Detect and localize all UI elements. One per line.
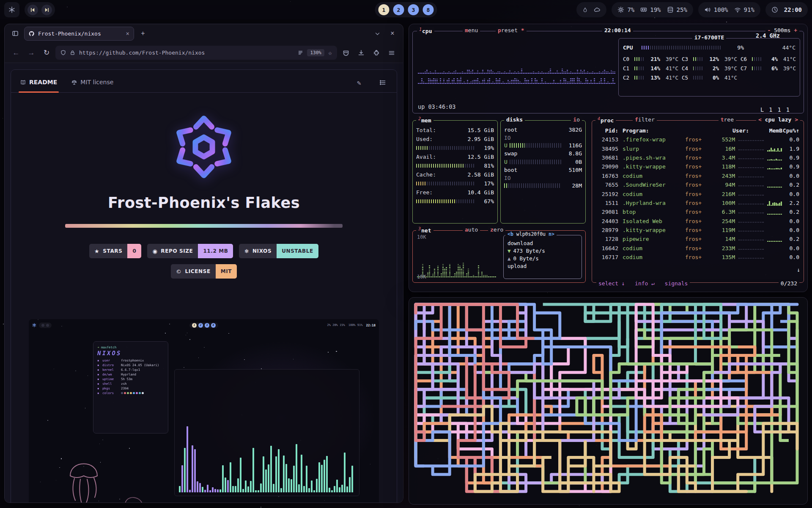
- disk-used-value: 116G: [563, 141, 582, 150]
- process-row[interactable]: 16642codiumfros+233M0.0: [596, 244, 799, 253]
- nixos-menu-button[interactable]: [4, 2, 19, 17]
- system-stats-widget[interactable]: 7% 19% 25%: [612, 2, 693, 17]
- badge-license[interactable]: ©LICENSEMIT: [171, 264, 237, 279]
- disk-name: swap: [504, 149, 517, 158]
- menu-button[interactable]: menu: [463, 27, 480, 33]
- mem-stat-value: 12.5 GiB: [467, 152, 494, 161]
- clock-widget[interactable]: 22:00: [765, 2, 808, 17]
- audio-visualizer: [174, 369, 359, 496]
- tab-close-button[interactable]: ×: [126, 30, 129, 37]
- tab-license[interactable]: MIT license: [70, 79, 115, 92]
- fetch-row-value: NixOS 24.05 (Uakari): [121, 363, 159, 367]
- core-name: C7: [741, 65, 750, 72]
- volume-value: 100%: [714, 6, 728, 13]
- tab-list-chevron-button[interactable]: [371, 27, 384, 40]
- new-tab-button[interactable]: +: [137, 27, 149, 40]
- preset-button[interactable]: preset *: [496, 27, 527, 33]
- workspace-2[interactable]: 2: [393, 4, 404, 15]
- core-row-c0: C021%39°C: [623, 54, 678, 64]
- process-row[interactable]: 7655.SoundWireSerfros+94M0.2: [596, 180, 799, 189]
- mini-clock: 22:18: [366, 323, 376, 327]
- process-row[interactable]: 1728pipewirefros+14M0.2: [596, 235, 799, 243]
- btop-window: 1cpu menu preset * 22:00:14 - 500ms + 2.…: [409, 24, 808, 292]
- process-cpu-graph: [767, 200, 782, 206]
- proc-sort-selector[interactable]: < cpu lazy >: [756, 116, 800, 123]
- edit-readme-button[interactable]: ✎: [353, 76, 365, 89]
- net-interface[interactable]: <b wlp0s20f0u n>: [505, 231, 557, 237]
- mem-box-label[interactable]: 2mem: [416, 116, 433, 124]
- window-close-button[interactable]: ×: [386, 27, 399, 40]
- badge-stars[interactable]: ★STARS0: [89, 244, 141, 258]
- browser-tab[interactable]: Frost-Phoenix/nixos ×: [24, 27, 134, 41]
- outline-button[interactable]: [376, 76, 389, 89]
- workspace-3[interactable]: 3: [408, 4, 419, 15]
- mini-workspace-1: 1: [192, 323, 197, 328]
- net-zero-toggle[interactable]: zero: [488, 226, 505, 233]
- process-name: .pipes.sh-wra: [618, 155, 685, 161]
- process-row[interactable]: 24153.firefox-wrapfros+552M0.0: [596, 135, 799, 144]
- menu-button[interactable]: [385, 47, 398, 59]
- cpu-box-label[interactable]: 1cpu: [417, 27, 434, 34]
- cpu-total-row: CPU 9% 44°C: [623, 44, 796, 51]
- readme-screenshot: 1238 2% 20% 15% 100% 91% 22:18 ➜ maxfetc…: [29, 319, 379, 502]
- process-row[interactable]: 16717codiumfros+135M0.0: [596, 253, 799, 262]
- extension-shield-button[interactable]: [340, 47, 352, 59]
- proc-rows[interactable]: 24153.firefox-wrapfros+552M0.038495slurp…: [596, 135, 799, 262]
- badge-nixos[interactable]: ❄NIXOSUNSTABLE: [239, 244, 318, 258]
- extensions-button[interactable]: [370, 47, 383, 59]
- process-row[interactable]: 24403Isolated Webfros+254M0.0: [596, 217, 799, 226]
- disk-name-row: swap8.8G: [504, 149, 582, 158]
- url-text: https://github.com/Frost-Phoenix/nixos: [79, 50, 294, 56]
- weather-widget[interactable]: [576, 2, 606, 17]
- process-row[interactable]: 29081btopfros+6.3M0.2: [596, 207, 799, 216]
- btop-clock: 22:00:14: [602, 27, 633, 33]
- reload-button[interactable]: ↻: [40, 47, 53, 59]
- process-row[interactable]: 38495slurpfros+16M1.9: [596, 144, 799, 153]
- net-auto-toggle[interactable]: auto: [463, 226, 480, 233]
- proc-filter-button[interactable]: filter: [633, 116, 657, 123]
- process-row[interactable]: 30681.pipes.sh-wrafros+3.4M0.9: [596, 153, 799, 162]
- proc-footer-keys[interactable]: select ↓ info ↵ signals: [596, 280, 690, 287]
- core-row-c7: C76%39°C: [741, 64, 796, 73]
- clock-value: 22:00: [784, 6, 802, 13]
- net-box-label[interactable]: 3net: [416, 226, 433, 234]
- tab-readme[interactable]: README: [19, 79, 59, 92]
- disks-box-label[interactable]: disks: [504, 116, 525, 123]
- workspace-1[interactable]: 1: [379, 4, 390, 15]
- btop-proc-box: 4proc filter tree < cpu lazy > Pid: Prog…: [592, 120, 804, 283]
- process-row[interactable]: 1511.Hyprland-wrafros+100M2.2: [596, 199, 799, 207]
- back-button[interactable]: ←: [10, 47, 22, 59]
- process-name: codium: [618, 254, 685, 260]
- scroll-down-indicator[interactable]: ↓: [797, 266, 800, 273]
- url-bar[interactable]: https://github.com/Frost-Phoenix/nixos 1…: [55, 46, 337, 60]
- process-cpu-graph: [767, 254, 782, 260]
- process-row[interactable]: 29090.kitty-wrappefros+118M0.9: [596, 162, 799, 171]
- process-cpu: 0.9: [782, 155, 799, 161]
- firefox-view-button[interactable]: [9, 27, 22, 40]
- pipe-segment: [416, 364, 458, 458]
- badge-label-text: STARS: [103, 248, 122, 254]
- forward-button[interactable]: →: [25, 47, 38, 59]
- proc-box-label[interactable]: 4proc: [595, 116, 616, 124]
- downloads-button[interactable]: [355, 47, 368, 59]
- disk-used-label: U: [504, 141, 508, 150]
- proc-tree-button[interactable]: tree: [719, 116, 736, 123]
- process-cpu-graph: [767, 209, 782, 215]
- bookmark-star-icon[interactable]: ☆: [328, 49, 332, 57]
- process-row[interactable]: 25192codiumfros+216M0.0: [596, 189, 799, 198]
- cpu-total-temp: 44°C: [782, 44, 796, 51]
- badge-label: ©LICENSE: [171, 264, 216, 279]
- zoom-level-badge[interactable]: 130%: [307, 49, 324, 56]
- process-row[interactable]: 28979.kitty-wrappefros+119M0.0: [596, 226, 799, 235]
- disks-io-toggle[interactable]: io: [571, 116, 582, 123]
- process-row[interactable]: 16763codiumfros+243M0.0: [596, 171, 799, 180]
- audio-network-widget[interactable]: 100% 91%: [698, 2, 760, 17]
- process-user: fros+: [685, 182, 711, 188]
- badge-repo-size[interactable]: ◉REPO SIZE11.2 MB: [147, 244, 233, 258]
- media-prev-button[interactable]: [27, 5, 38, 15]
- badge-icon: ★: [94, 248, 99, 254]
- media-next-button[interactable]: [41, 5, 52, 15]
- process-mem: 3.4M: [711, 155, 735, 161]
- fetch-row-user: ▪userfrostphoenix: [97, 358, 164, 363]
- workspace-8[interactable]: 8: [423, 4, 434, 15]
